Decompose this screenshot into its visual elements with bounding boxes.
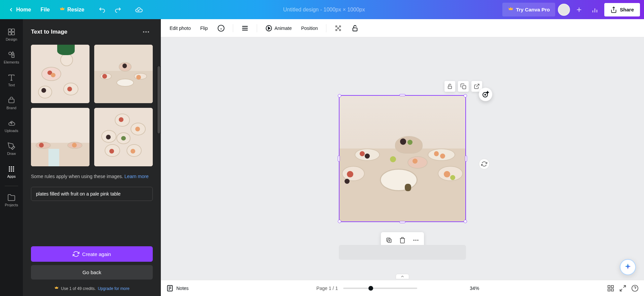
- fullscreen-button[interactable]: [619, 285, 627, 292]
- more-actions-button[interactable]: [410, 235, 421, 246]
- cloud-sync-button[interactable]: [132, 3, 146, 17]
- page-indicator: Page 1 / 1: [316, 286, 338, 291]
- rail-uploads[interactable]: Uploads: [0, 115, 23, 137]
- chevron-up-icon: [400, 274, 405, 279]
- share-label: Share: [620, 7, 634, 12]
- resize-handle-t[interactable]: [399, 94, 405, 96]
- panel-more-button[interactable]: [139, 25, 153, 39]
- svg-point-10: [9, 52, 11, 55]
- credits-text: Use 1 of 49 credits. Upgrade for more: [23, 283, 161, 296]
- home-button[interactable]: Home: [4, 4, 35, 15]
- svg-point-19: [9, 168, 10, 170]
- crown-icon: [59, 6, 65, 13]
- generated-image-3[interactable]: [31, 108, 90, 166]
- svg-rect-11: [12, 55, 14, 57]
- svg-point-17: [11, 166, 12, 168]
- rail-elements[interactable]: Elements: [0, 46, 23, 69]
- panel-scrollbar[interactable]: [157, 66, 161, 133]
- grid-view-button[interactable]: [607, 285, 614, 292]
- resize-handle-tr[interactable]: [464, 94, 467, 97]
- generated-image-4[interactable]: [94, 108, 153, 166]
- regenerate-button[interactable]: [479, 159, 490, 169]
- lock-button[interactable]: [348, 22, 362, 35]
- expand-icon: [619, 285, 627, 292]
- svg-point-51: [414, 240, 415, 241]
- magic-fab-button[interactable]: [620, 259, 636, 275]
- panel-title: Text to Image: [31, 29, 67, 35]
- create-again-button[interactable]: Create again: [31, 246, 153, 262]
- position-button[interactable]: Position: [298, 23, 321, 34]
- duplicate-element-button[interactable]: [458, 81, 469, 92]
- apps-icon: [7, 165, 15, 173]
- info-button[interactable]: [214, 22, 228, 35]
- svg-point-16: [9, 166, 10, 168]
- svg-point-25: [143, 31, 144, 33]
- resize-handle-b[interactable]: [399, 221, 405, 223]
- refresh-icon: [73, 251, 79, 257]
- resize-handle-br[interactable]: [464, 220, 467, 223]
- list-style-button[interactable]: [238, 22, 252, 35]
- elements-icon: [7, 51, 15, 59]
- svg-point-20: [11, 168, 12, 170]
- rail-text[interactable]: Text: [0, 69, 23, 92]
- go-back-button[interactable]: Go back: [31, 265, 153, 280]
- resize-button[interactable]: Resize: [55, 3, 88, 16]
- rail-projects[interactable]: Projects: [0, 189, 23, 212]
- prompt-input[interactable]: [31, 187, 153, 201]
- design-canvas[interactable]: [339, 95, 466, 222]
- add-page-strip[interactable]: [339, 245, 466, 260]
- rail-brand[interactable]: Brand: [0, 92, 23, 115]
- document-title[interactable]: Untitled design - 1000px × 1000px: [146, 7, 503, 13]
- cloud-check-icon: [134, 5, 143, 14]
- generated-image-1[interactable]: [31, 45, 90, 103]
- rail-design[interactable]: Design: [0, 23, 23, 46]
- try-pro-button[interactable]: Try Canva Pro: [502, 3, 555, 16]
- rules-text: Some rules apply when using these images…: [31, 173, 153, 180]
- rail-draw[interactable]: Draw: [0, 137, 23, 160]
- animate-button[interactable]: Animate: [262, 22, 295, 35]
- expand-pages-button[interactable]: [396, 274, 409, 279]
- main-container: Design Elements Text Brand Uploads Draw …: [0, 19, 644, 296]
- help-button[interactable]: [631, 285, 639, 292]
- svg-point-52: [415, 240, 416, 241]
- share-button[interactable]: Share: [604, 3, 640, 16]
- svg-rect-61: [611, 289, 613, 291]
- rail-apps[interactable]: Apps: [0, 160, 23, 183]
- zoom-slider[interactable]: [343, 288, 417, 289]
- duplicate-page-button[interactable]: [384, 235, 394, 246]
- redo-button[interactable]: [111, 3, 124, 16]
- svg-point-53: [417, 240, 418, 241]
- resize-handle-bl[interactable]: [338, 220, 341, 223]
- transparency-button[interactable]: [331, 22, 345, 35]
- learn-more-link[interactable]: Learn more: [124, 174, 149, 179]
- crown-icon: [508, 6, 514, 13]
- resize-handle-tl[interactable]: [338, 94, 341, 97]
- avatar[interactable]: [558, 4, 570, 16]
- file-menu-button[interactable]: File: [36, 4, 54, 15]
- edit-photo-button[interactable]: Edit photo: [166, 23, 194, 34]
- svg-rect-42: [448, 86, 452, 89]
- svg-point-21: [13, 168, 14, 170]
- ai-suggest-button[interactable]: [479, 88, 492, 101]
- add-member-button[interactable]: [573, 3, 585, 16]
- resize-handle-r[interactable]: [465, 156, 467, 162]
- resize-handle-l[interactable]: [338, 156, 340, 162]
- generated-image-2[interactable]: [94, 45, 153, 103]
- lock-element-button[interactable]: [444, 81, 455, 92]
- create-again-label: Create again: [82, 251, 111, 257]
- notes-button[interactable]: Notes: [166, 285, 189, 292]
- zoom-thumb[interactable]: [368, 286, 373, 291]
- selected-image[interactable]: [339, 95, 466, 222]
- svg-line-62: [623, 285, 625, 287]
- canvas-viewport[interactable]: [161, 37, 644, 280]
- svg-rect-8: [8, 32, 11, 35]
- undo-button[interactable]: [96, 3, 109, 16]
- svg-rect-39: [335, 29, 337, 31]
- analytics-button[interactable]: [588, 3, 602, 16]
- flip-button[interactable]: Flip: [197, 23, 211, 34]
- bottom-right: [607, 285, 639, 292]
- upgrade-link[interactable]: Upgrade for more: [98, 286, 130, 291]
- plus-icon: [575, 6, 583, 13]
- delete-element-button[interactable]: [397, 235, 408, 246]
- notes-label: Notes: [176, 286, 189, 291]
